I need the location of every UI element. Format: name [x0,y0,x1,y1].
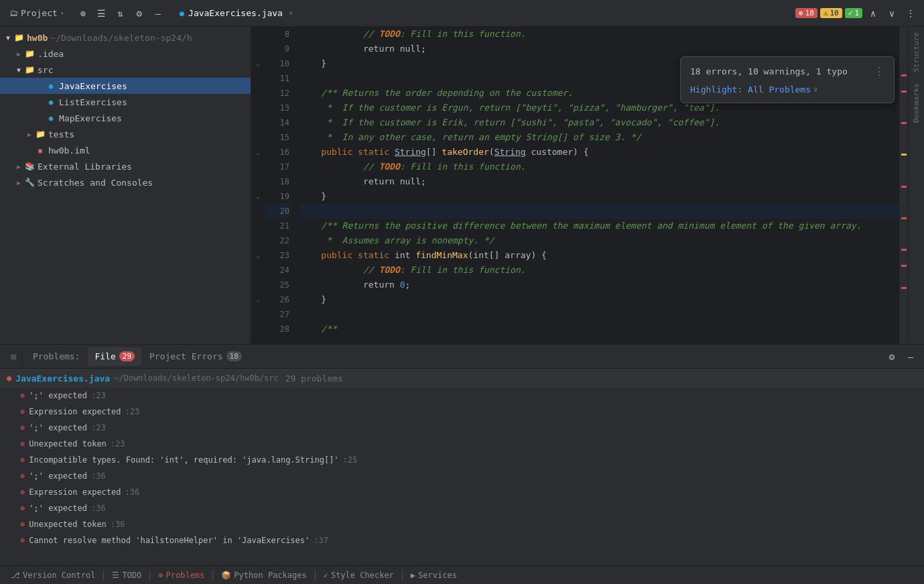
problem-row-5[interactable]: ⊗ Incompatible types. Found: 'int', requ… [0,452,924,468]
java-exercises-arrow [35,80,46,91]
version-control-label: Version Control [23,571,95,580]
highlight-chevron[interactable]: ∨ [813,85,818,94]
style-checker-status[interactable]: ✓ Style Checker [318,568,399,583]
iml-label: hw0b.iml [48,145,90,156]
project-errors-label: Project Errors [149,351,223,361]
gutter-23[interactable]: ⌄ [251,248,265,263]
mapexercises-file-icon: ● [46,113,56,123]
project-root-item[interactable]: ▼ 📁 hw0b ~/Downloads/skeleton-sp24/h [0,30,251,46]
gutter-13 [251,101,265,115]
tests-label: tests [48,129,74,139]
gutter-21 [251,219,265,233]
problem-row-2[interactable]: ⊗ Expression expected :23 [0,404,924,420]
more-options-icon[interactable]: ⋮ [903,5,919,21]
gutter-16[interactable]: ⌄ [251,145,265,160]
problem-text-7: Expression expected [29,487,121,497]
problem-text-1: ';' expected [29,391,87,400]
nav-down-button[interactable]: ∨ [884,5,900,21]
line-numbers: 8 9 10 11 12 13 14 15 16 17 18 19 20 21 … [265,27,295,344]
error-icon-6: ⊗ [20,471,25,481]
project-dropdown[interactable]: 🗂 Project ▾ [5,6,68,20]
project-label: Project [21,8,58,18]
project-errors-badge: 18 [226,351,242,361]
tooltip-more-icon[interactable]: ⋮ [874,65,884,78]
bookmarks-tab[interactable]: Bookmarks [909,78,923,129]
gutter-20 [251,204,265,219]
editor-scrollbar[interactable] [899,27,908,344]
version-control-status[interactable]: ⎇ Version Control [5,568,101,583]
tab-label: JavaExercises.java [188,8,283,18]
list-icon[interactable]: ☰ [94,5,110,21]
panel-close-icon[interactable]: — [903,349,919,365]
panel-grid-icon[interactable]: ⊞ [5,349,21,365]
ext-lib-icon: 📚 [24,161,35,172]
status-divider-1 [103,570,104,581]
gutter-26[interactable]: ⌄ [251,292,265,307]
problem-line-10: :37 [314,536,328,545]
project-errors-tab[interactable]: Project Errors 18 [143,347,249,366]
highlight-all-problems-link[interactable]: Highlight: All Problems [690,84,811,95]
new-file-icon[interactable]: ⊕ [75,5,91,21]
tooltip-title: 18 errors, 10 warnings, 1 typo [690,66,848,76]
tab-bar: ● JavaExercises.java × [172,0,790,26]
panel-tab-right: ⚙ — [884,349,919,365]
main-area: ▼ 📁 hw0b ~/Downloads/skeleton-sp24/h ▶ 📁… [0,27,924,344]
problems-status-icon: ⊗ [158,571,163,580]
file-problems-tab[interactable]: File 29 [88,347,141,366]
javaexercises-item[interactable]: ● JavaExercises [0,78,251,94]
settings-icon[interactable]: ⚙ [131,5,147,21]
typo-count-badge[interactable]: ✓ 1 [845,8,862,18]
problem-row-9[interactable]: ⊗ Unexpected token :36 [0,516,924,532]
problem-row-7[interactable]: ⊗ Expression expected :36 [0,484,924,500]
panel-settings-icon[interactable]: ⚙ [884,349,900,365]
external-libraries-item[interactable]: ▶ 📚 External Libraries [0,158,251,174]
problem-filepath: ~/Downloads/skeleton-sp24/hw0b/src [114,373,279,383]
tests-folder-icon: 📁 [35,129,46,139]
problems-status[interactable]: ⊗ Problems [153,568,210,583]
problem-file-row[interactable]: ● JavaExercises.java ~/Downloads/skeleto… [0,369,924,388]
error-count-badge[interactable]: ⊗ 18 [795,8,817,18]
gutter-19[interactable]: ⌄ [251,189,265,204]
python-packages-icon: 📦 [221,571,231,580]
javaexercises-file-icon: ● [46,80,56,91]
services-icon: ▶ [411,571,415,580]
file-problems-badge: 29 [119,351,135,361]
gutter-24 [251,263,265,278]
list-exercises-arrow [35,97,46,107]
problem-row-4[interactable]: ⊗ Unexpected token :23 [0,436,924,452]
bottom-panel: ⊞ Problems: File 29 Project Errors 18 ⚙ … [0,344,924,565]
structure-tab[interactable]: Structure [909,27,923,78]
idea-label: .idea [38,49,64,59]
scratches-item[interactable]: ▶ 🔧 Scratches and Consoles [0,174,251,190]
problem-count-label: 29 problems [285,373,343,384]
problem-row-3[interactable]: ⊗ ';' expected :23 [0,420,924,436]
src-folder-item[interactable]: ▼ 📁 src [0,62,251,78]
nav-up-button[interactable]: ∧ [865,5,881,21]
gutter-10[interactable]: ⌄ [251,56,265,71]
status-divider-5 [402,570,403,581]
todo-status[interactable]: ☰ TODO [107,568,147,583]
problems-tab-label[interactable]: Problems: [26,347,86,366]
problem-row-10[interactable]: ⊗ Cannot resolve method 'hailstoneHelper… [0,532,924,548]
gutter-28 [251,322,265,337]
warning-count-badge[interactable]: ⚠ 10 [820,8,842,18]
listexercises-item[interactable]: ● ListExercises [0,94,251,110]
file-error-icon: ● [7,373,11,383]
minimize-sidebar-icon[interactable]: — [150,5,166,21]
tests-folder-item[interactable]: ▶ 📁 tests [0,126,251,142]
problem-text-3: ';' expected [29,423,87,432]
error-icon-3: ⊗ [20,423,25,432]
problem-row-8[interactable]: ⊗ ';' expected :36 [0,500,924,516]
tab-close-button[interactable]: × [287,8,295,18]
python-packages-status[interactable]: 📦 Python Packages [216,568,312,583]
problem-row-6[interactable]: ⊗ ';' expected :36 [0,468,924,484]
iml-file-item[interactable]: ▣ hw0b.iml [0,142,251,158]
services-status[interactable]: ▶ Services [405,568,462,583]
problem-row[interactable]: ⊗ ';' expected :23 [0,388,924,404]
sort-icon[interactable]: ⇅ [113,5,129,21]
mapexercises-item[interactable]: ● MapExercises [0,110,251,126]
scratches-icon: 🔧 [24,177,35,188]
error-icon-5: ⊗ [20,455,25,465]
tab-javaexercises[interactable]: ● JavaExercises.java × [172,0,304,26]
idea-folder-item[interactable]: ▶ 📁 .idea [0,46,251,62]
